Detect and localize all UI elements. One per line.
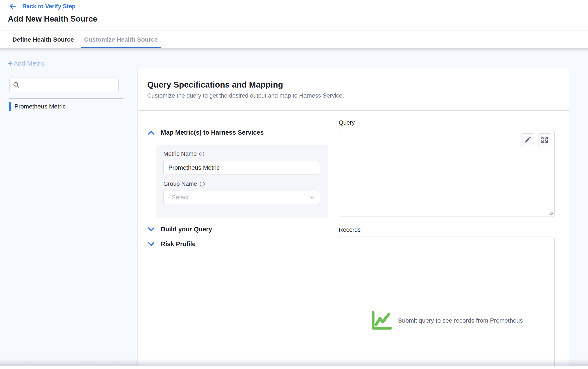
add-metric-label: Add Metric — [13, 60, 45, 67]
line-chart-icon — [371, 311, 392, 331]
section-risk-profile-label: Risk Profile — [161, 240, 196, 248]
content-area: + Add Metric Prometheus Metric Query Spe… — [0, 48, 588, 366]
records-label: Records — [339, 227, 361, 233]
metric-name-label: Metric Name — [163, 150, 197, 157]
tab-define-health-source[interactable]: Define Health Source — [12, 36, 74, 43]
footer-strip — [0, 366, 588, 369]
sidebar-divider — [9, 98, 124, 99]
section-map-metrics[interactable]: Map Metric(s) to Harness Services — [148, 129, 264, 136]
records-panel: Submit query to see records from Prometh… — [339, 237, 555, 366]
section-map-metrics-label: Map Metric(s) to Harness Services — [161, 129, 264, 136]
metric-search-input[interactable] — [23, 82, 115, 89]
add-metric-button[interactable]: + Add Metric — [8, 60, 45, 67]
chevron-down-icon — [309, 194, 315, 200]
plus-icon: + — [8, 60, 13, 67]
back-link[interactable]: Back to Verify Step — [8, 3, 76, 10]
query-actions — [521, 133, 551, 146]
arrows-out-icon — [541, 136, 548, 144]
back-link-label: Back to Verify Step — [22, 3, 76, 10]
query-specifications-panel: Query Specifications and Mapping Customi… — [137, 68, 569, 366]
pencil-icon — [524, 136, 531, 144]
query-editor[interactable] — [339, 130, 555, 217]
records-empty-state: Submit query to see records from Prometh… — [339, 311, 554, 331]
group-name-select[interactable]: - Select - — [163, 191, 320, 204]
metrics-sidebar: + Add Metric Prometheus Metric — [0, 48, 137, 366]
section-build-query[interactable]: Build your Query — [148, 226, 212, 233]
metric-name-input[interactable] — [163, 161, 320, 174]
arrow-left-icon — [8, 3, 17, 10]
chevron-down-icon — [148, 242, 155, 247]
health-source-tabs: Define Health Source Customize Health So… — [0, 30, 588, 48]
panel-divider — [138, 110, 569, 111]
panel-title: Query Specifications and Mapping — [147, 80, 283, 90]
page-header: Back to Verify Step Add New Health Sourc… — [0, 0, 588, 30]
query-label: Query — [339, 119, 355, 126]
info-icon — [199, 151, 205, 157]
chevron-up-icon — [148, 130, 155, 135]
page-title: Add New Health Source — [8, 14, 97, 23]
search-icon — [13, 81, 20, 89]
section-risk-profile[interactable]: Risk Profile — [148, 240, 196, 248]
metric-name-label-row: Metric Name — [163, 150, 205, 157]
expand-query-button[interactable] — [538, 133, 551, 146]
selected-indicator — [9, 102, 11, 111]
chevron-down-icon — [148, 227, 155, 232]
resize-handle-icon[interactable] — [547, 209, 553, 216]
metric-item-label: Prometheus Metric — [14, 103, 66, 110]
edit-query-button[interactable] — [521, 133, 534, 146]
metric-list-item-prometheus[interactable]: Prometheus Metric — [9, 102, 124, 111]
group-name-label: Group Name — [163, 180, 197, 187]
metric-search — [9, 78, 119, 92]
tab-customize-health-source[interactable]: Customize Health Source — [84, 36, 158, 43]
panel-subtitle: Customize the query to get the desired o… — [147, 92, 344, 99]
records-empty-message: Submit query to see records from Prometh… — [398, 317, 523, 324]
info-icon — [199, 181, 205, 187]
group-name-placeholder: - Select - — [168, 194, 192, 201]
section-build-query-label: Build your Query — [161, 226, 212, 233]
group-name-label-row: Group Name — [163, 180, 205, 187]
metric-mapping-form: Metric Name Group Name - Select - — [156, 145, 328, 218]
